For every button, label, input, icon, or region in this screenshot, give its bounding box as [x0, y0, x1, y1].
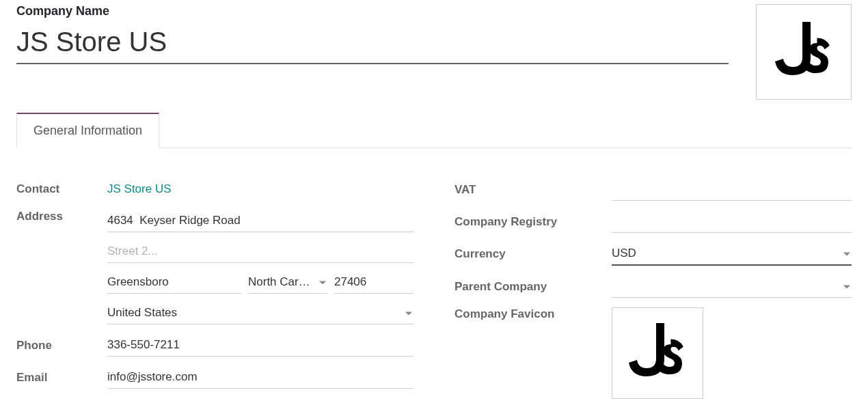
phone-input[interactable]: [107, 334, 413, 357]
city-input[interactable]: [107, 271, 241, 294]
email-label: Email: [16, 371, 107, 385]
parent-company-select[interactable]: [612, 275, 852, 298]
phone-label: Phone: [16, 339, 107, 352]
parent-company-label: Parent Company: [455, 280, 612, 294]
company-favicon-label: Company Favicon: [455, 307, 612, 321]
contact-label: Contact: [16, 182, 107, 196]
zip-input[interactable]: [334, 271, 413, 294]
currency-select[interactable]: [612, 242, 852, 266]
company-registry-label: Company Registry: [455, 215, 612, 229]
website-input[interactable]: [107, 398, 413, 403]
company-name-label: Company Name: [16, 4, 729, 18]
address-label: Address: [16, 210, 107, 223]
company-logo-uploader[interactable]: [756, 4, 852, 100]
contact-link[interactable]: JS Store US: [107, 182, 172, 195]
company-name-input[interactable]: [16, 24, 729, 64]
company-registry-input[interactable]: [612, 210, 852, 233]
tab-general-information[interactable]: General Information: [16, 113, 159, 148]
company-favicon-uploader[interactable]: [612, 307, 703, 399]
currency-label: Currency: [455, 247, 612, 261]
js-logo-icon: [623, 318, 692, 389]
js-logo-icon: [770, 16, 838, 87]
street2-input[interactable]: [107, 240, 413, 263]
state-select[interactable]: [248, 271, 327, 294]
email-input[interactable]: [107, 366, 413, 389]
vat-label: VAT: [455, 183, 612, 197]
street1-input[interactable]: [107, 210, 413, 232]
vat-input[interactable]: [612, 178, 852, 201]
country-select[interactable]: [107, 302, 413, 324]
